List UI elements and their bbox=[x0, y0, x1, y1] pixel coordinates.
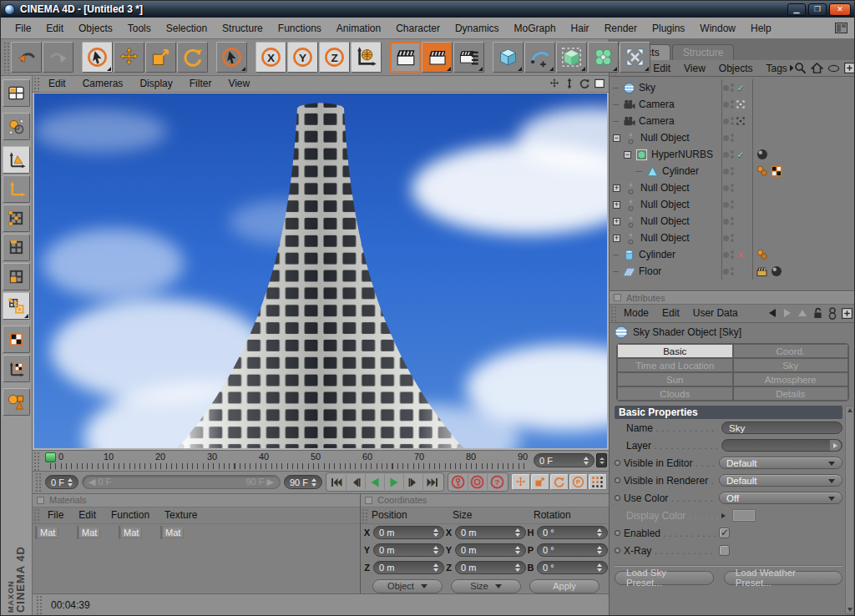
basic-properties-header[interactable]: Basic Properties bbox=[615, 406, 842, 419]
materials-menu-function[interactable]: Function bbox=[104, 509, 157, 521]
apply-button[interactable]: Apply bbox=[529, 579, 600, 593]
phong-tag-icon[interactable] bbox=[756, 165, 768, 177]
collapse-expander[interactable]: − bbox=[624, 151, 631, 159]
materials-panel-checkbox[interactable] bbox=[37, 497, 44, 504]
layer-dot[interactable] bbox=[723, 85, 729, 91]
rotation-h-field[interactable]: 0 ° bbox=[537, 526, 608, 539]
minimize-button[interactable]: ▁ bbox=[787, 3, 806, 16]
close-button[interactable]: ✕ bbox=[829, 3, 851, 16]
tab-coord[interactable]: Coord. bbox=[733, 344, 849, 358]
disabled-x-icon[interactable]: ✕ bbox=[736, 250, 746, 260]
go-to-end-button[interactable] bbox=[423, 474, 443, 490]
viewport-menu-filter[interactable]: Filter bbox=[181, 78, 220, 89]
key-rotation-button[interactable] bbox=[550, 474, 569, 490]
lock-z-axis-button[interactable]: Z bbox=[319, 42, 350, 73]
menu-plugins[interactable]: Plugins bbox=[645, 23, 692, 34]
visible-editor-dropdown[interactable]: Default bbox=[719, 457, 842, 469]
tree-row-null-object-5[interactable]: +Null Object bbox=[610, 230, 855, 246]
tree-row-cylinder-child[interactable]: Cylinder bbox=[610, 163, 855, 179]
lock-icon[interactable] bbox=[812, 307, 823, 319]
play-backward-button[interactable] bbox=[366, 474, 385, 490]
layer-dot[interactable] bbox=[723, 102, 729, 108]
home-icon[interactable] bbox=[811, 62, 823, 74]
material-swatch[interactable]: Mat bbox=[35, 527, 74, 538]
status-grip[interactable] bbox=[35, 594, 43, 616]
window-layout-icon[interactable] bbox=[835, 23, 847, 33]
history-forward-icon[interactable] bbox=[782, 308, 792, 318]
animation-dot[interactable] bbox=[615, 460, 620, 466]
lock-x-axis-button[interactable]: X bbox=[255, 42, 286, 73]
layer-dot[interactable] bbox=[723, 135, 729, 141]
om-menu-edit[interactable]: Edit bbox=[646, 63, 677, 74]
expand-expander[interactable]: + bbox=[613, 201, 620, 209]
viewport-orbit-icon[interactable] bbox=[579, 78, 590, 89]
timeline-track[interactable]: 0 10 20 30 40 50 60 70 80 90 bbox=[40, 451, 532, 471]
compositing-tag-icon[interactable] bbox=[756, 265, 768, 277]
eye-icon[interactable] bbox=[827, 64, 840, 73]
size-mode-dropdown[interactable]: Size bbox=[451, 579, 521, 593]
tree-row-null-object-3[interactable]: +Null Object bbox=[610, 196, 855, 213]
restore-button[interactable]: ❐ bbox=[808, 3, 827, 16]
viewport-menu-grip[interactable] bbox=[33, 76, 40, 92]
expand-expander[interactable]: + bbox=[613, 218, 620, 225]
enabled-check-icon[interactable]: ✓ bbox=[736, 149, 746, 159]
animation-dot[interactable] bbox=[615, 548, 620, 553]
add-attr-panel-icon[interactable] bbox=[842, 308, 852, 319]
visibility-dots[interactable] bbox=[731, 200, 734, 209]
attr-menu-edit[interactable]: Edit bbox=[655, 307, 686, 319]
menu-structure[interactable]: Structure bbox=[215, 23, 271, 34]
attributes-grip[interactable] bbox=[610, 305, 617, 322]
visibility-dots[interactable] bbox=[731, 250, 734, 259]
menu-functions[interactable]: Functions bbox=[271, 23, 329, 34]
go-to-start-button[interactable] bbox=[327, 474, 347, 490]
tree-row-null-object-2[interactable]: +Null Object bbox=[610, 179, 855, 196]
layer-dot[interactable] bbox=[723, 202, 729, 208]
visibility-dots[interactable] bbox=[731, 234, 734, 242]
menu-hair[interactable]: Hair bbox=[564, 23, 597, 34]
tree-row-camera-1[interactable]: Camera bbox=[610, 96, 855, 113]
layer-picker-arrow-icon[interactable] bbox=[830, 440, 841, 451]
array-button[interactable] bbox=[588, 42, 619, 73]
previous-frame-button[interactable] bbox=[347, 474, 366, 490]
menu-objects[interactable]: Objects bbox=[71, 23, 120, 34]
scale-tool-button[interactable] bbox=[145, 42, 176, 73]
add-panel-icon[interactable] bbox=[844, 63, 855, 73]
tab-sun[interactable]: Sun bbox=[617, 372, 733, 386]
layer-dot[interactable] bbox=[723, 252, 729, 258]
materials-menu-edit[interactable]: Edit bbox=[71, 509, 104, 521]
viewport-menu-view[interactable]: View bbox=[220, 78, 258, 89]
om-menu-view[interactable]: View bbox=[677, 63, 712, 74]
rotation-p-field[interactable]: 0 ° bbox=[537, 543, 608, 557]
rotation-b-field[interactable]: 0 ° bbox=[537, 561, 608, 574]
tab-basic[interactable]: Basic bbox=[617, 344, 733, 358]
playhead[interactable] bbox=[45, 452, 56, 462]
layer-field[interactable] bbox=[721, 439, 842, 452]
material-tag-icon[interactable] bbox=[771, 265, 782, 277]
visibility-dots[interactable] bbox=[731, 184, 734, 192]
camera-target-icon[interactable] bbox=[736, 116, 746, 126]
key-scale-button[interactable] bbox=[531, 474, 549, 490]
animation-dot[interactable] bbox=[615, 477, 620, 483]
add-spline-button[interactable] bbox=[524, 42, 555, 73]
animation-dot[interactable] bbox=[615, 495, 620, 501]
visibility-dots[interactable] bbox=[731, 267, 734, 275]
tab-time-location[interactable]: Time and Location bbox=[617, 358, 733, 372]
attr-menu-mode[interactable]: Mode bbox=[617, 307, 655, 319]
viewport-pan-icon[interactable] bbox=[549, 78, 560, 89]
key-pla-button[interactable] bbox=[589, 474, 607, 490]
tree-row-floor[interactable]: Floor bbox=[610, 263, 855, 280]
attr-menu-user-data[interactable]: User Data bbox=[686, 307, 745, 319]
render-active-view-button[interactable] bbox=[422, 42, 453, 73]
materials-menu-file[interactable]: File bbox=[40, 509, 71, 521]
position-y-field[interactable]: 0 m bbox=[373, 543, 444, 557]
layer-dot[interactable] bbox=[723, 185, 729, 191]
menu-render[interactable]: Render bbox=[597, 23, 645, 34]
menu-window[interactable]: Window bbox=[692, 23, 743, 34]
layer-dot[interactable] bbox=[723, 119, 729, 124]
preview-range-slider[interactable]: ◀ 0 F 90 F ▶ bbox=[82, 475, 281, 489]
visibility-dots[interactable] bbox=[731, 100, 734, 109]
use-color-dropdown[interactable]: Off bbox=[719, 492, 842, 504]
add-primitive-button[interactable] bbox=[493, 42, 524, 73]
record-options-button[interactable]: ? bbox=[488, 474, 507, 490]
tab-sky[interactable]: Sky bbox=[733, 358, 849, 372]
